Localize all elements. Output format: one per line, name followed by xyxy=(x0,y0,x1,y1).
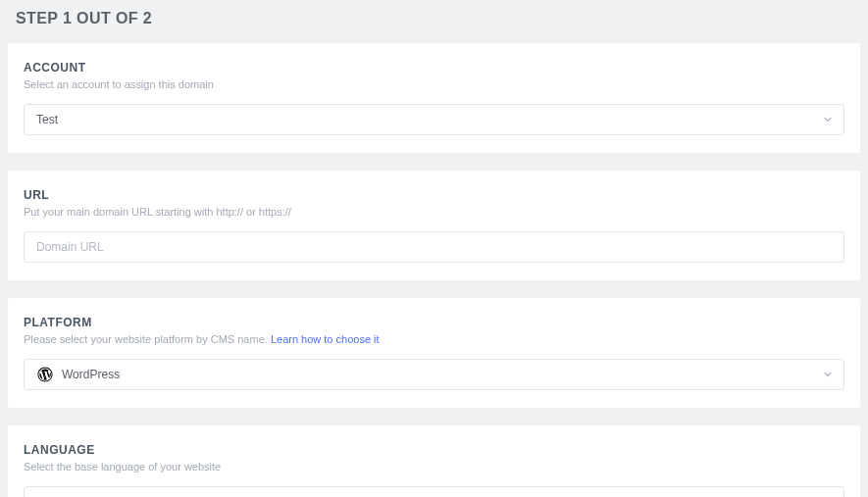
language-desc: Select the base language of your website xyxy=(24,461,844,472)
platform-desc: Please select your website platform by C… xyxy=(24,333,844,345)
platform-desc-text: Please select your website platform by C… xyxy=(24,333,271,345)
chevron-down-icon xyxy=(822,114,834,125)
step-title: STEP 1 OUT OF 2 xyxy=(8,10,860,27)
platform-select-value: WordPress xyxy=(62,368,120,381)
platform-learn-link[interactable]: Learn how to choose it xyxy=(271,333,380,345)
wordpress-icon xyxy=(36,366,54,383)
language-select[interactable]: English xyxy=(24,486,844,497)
url-card: URL Put your main domain URL starting wi… xyxy=(8,171,860,280)
platform-label: PLATFORM xyxy=(24,316,844,329)
language-card: LANGUAGE Select the base language of you… xyxy=(8,425,860,497)
account-label: ACCOUNT xyxy=(24,61,844,75)
account-card: ACCOUNT Select an account to assign this… xyxy=(8,43,860,153)
platform-select[interactable]: WordPress xyxy=(24,359,844,390)
account-desc: Select an account to assign this domain xyxy=(24,78,844,90)
platform-card: PLATFORM Please select your website plat… xyxy=(8,298,860,408)
account-select-value: Test xyxy=(36,113,58,126)
url-label: URL xyxy=(24,188,844,202)
language-label: LANGUAGE xyxy=(24,443,844,457)
url-desc: Put your main domain URL starting with h… xyxy=(24,206,844,218)
url-input[interactable] xyxy=(24,231,844,263)
account-select[interactable]: Test xyxy=(24,104,844,135)
chevron-down-icon xyxy=(822,369,834,380)
